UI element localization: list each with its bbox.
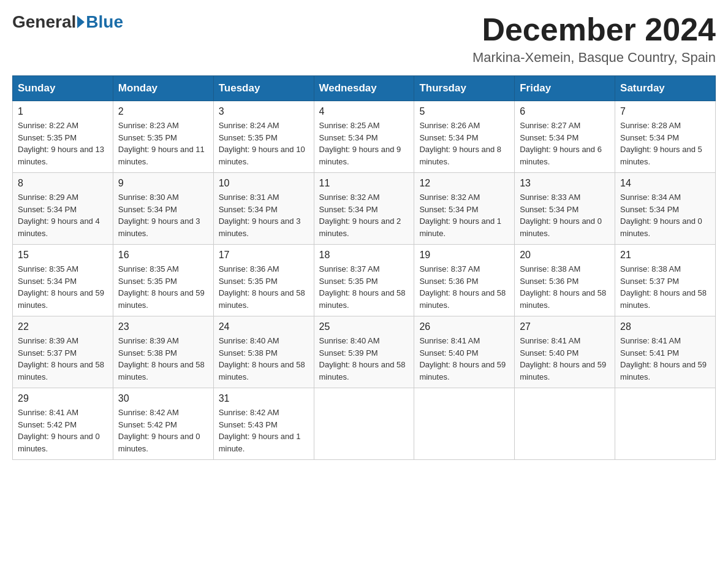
calendar-cell: 15 Sunrise: 8:35 AMSunset: 5:34 PMDaylig… xyxy=(13,245,113,316)
calendar-cell xyxy=(414,388,515,460)
calendar-cell: 14 Sunrise: 8:34 AMSunset: 5:34 PMDaylig… xyxy=(615,173,716,245)
day-info: Sunrise: 8:41 AMSunset: 5:40 PMDaylight:… xyxy=(520,335,610,383)
day-info: Sunrise: 8:32 AMSunset: 5:34 PMDaylight:… xyxy=(419,191,509,239)
calendar-cell: 26 Sunrise: 8:41 AMSunset: 5:40 PMDaylig… xyxy=(414,316,515,388)
day-number: 2 xyxy=(118,106,208,117)
day-number: 7 xyxy=(620,106,710,117)
day-number: 25 xyxy=(319,321,409,332)
calendar-cell: 18 Sunrise: 8:37 AMSunset: 5:35 PMDaylig… xyxy=(314,245,414,316)
day-info: Sunrise: 8:24 AMSunset: 5:35 PMDaylight:… xyxy=(219,120,309,167)
day-number: 26 xyxy=(419,321,509,332)
day-info: Sunrise: 8:37 AMSunset: 5:36 PMDaylight:… xyxy=(419,263,509,311)
logo-blue-text: Blue xyxy=(86,12,123,32)
calendar-week-row: 1 Sunrise: 8:22 AMSunset: 5:35 PMDayligh… xyxy=(13,101,716,173)
day-info: Sunrise: 8:38 AMSunset: 5:36 PMDaylight:… xyxy=(520,263,610,311)
calendar-cell: 4 Sunrise: 8:25 AMSunset: 5:34 PMDayligh… xyxy=(314,101,414,173)
day-info: Sunrise: 8:23 AMSunset: 5:35 PMDaylight:… xyxy=(118,120,208,167)
day-number: 27 xyxy=(520,321,610,332)
col-thursday: Thursday xyxy=(414,76,515,101)
col-friday: Friday xyxy=(515,76,615,101)
day-info: Sunrise: 8:29 AMSunset: 5:34 PMDaylight:… xyxy=(18,191,108,239)
day-info: Sunrise: 8:32 AMSunset: 5:34 PMDaylight:… xyxy=(319,191,409,239)
day-number: 10 xyxy=(219,178,309,189)
day-info: Sunrise: 8:22 AMSunset: 5:35 PMDaylight:… xyxy=(18,120,108,167)
calendar-week-row: 22 Sunrise: 8:39 AMSunset: 5:37 PMDaylig… xyxy=(13,316,716,388)
calendar-cell: 20 Sunrise: 8:38 AMSunset: 5:36 PMDaylig… xyxy=(515,245,615,316)
calendar-cell: 29 Sunrise: 8:41 AMSunset: 5:42 PMDaylig… xyxy=(13,388,113,460)
calendar-cell: 8 Sunrise: 8:29 AMSunset: 5:34 PMDayligh… xyxy=(13,173,113,245)
calendar-cell xyxy=(615,388,716,460)
day-info: Sunrise: 8:31 AMSunset: 5:34 PMDaylight:… xyxy=(219,191,309,239)
day-info: Sunrise: 8:35 AMSunset: 5:35 PMDaylight:… xyxy=(118,263,208,311)
day-number: 15 xyxy=(18,250,108,261)
day-number: 9 xyxy=(118,178,208,189)
day-number: 1 xyxy=(18,106,108,117)
day-number: 8 xyxy=(18,178,108,189)
calendar-cell: 5 Sunrise: 8:26 AMSunset: 5:34 PMDayligh… xyxy=(414,101,515,173)
calendar-cell: 31 Sunrise: 8:42 AMSunset: 5:43 PMDaylig… xyxy=(213,388,314,460)
calendar-cell xyxy=(515,388,615,460)
calendar-week-row: 8 Sunrise: 8:29 AMSunset: 5:34 PMDayligh… xyxy=(13,173,716,245)
day-number: 12 xyxy=(419,178,509,189)
col-wednesday: Wednesday xyxy=(314,76,414,101)
day-number: 29 xyxy=(18,393,108,404)
col-saturday: Saturday xyxy=(615,76,716,101)
day-number: 5 xyxy=(419,106,509,117)
day-info: Sunrise: 8:28 AMSunset: 5:34 PMDaylight:… xyxy=(620,120,710,167)
day-info: Sunrise: 8:40 AMSunset: 5:38 PMDaylight:… xyxy=(219,335,309,383)
logo: General Blue xyxy=(12,12,123,32)
day-info: Sunrise: 8:26 AMSunset: 5:34 PMDaylight:… xyxy=(419,120,509,167)
month-title: December 2024 xyxy=(472,12,716,47)
day-number: 19 xyxy=(419,250,509,261)
day-info: Sunrise: 8:39 AMSunset: 5:38 PMDaylight:… xyxy=(118,335,208,383)
calendar-cell: 10 Sunrise: 8:31 AMSunset: 5:34 PMDaylig… xyxy=(213,173,314,245)
page-header: General Blue December 2024 Markina-Xemei… xyxy=(12,12,716,66)
calendar-cell: 21 Sunrise: 8:38 AMSunset: 5:37 PMDaylig… xyxy=(615,245,716,316)
day-info: Sunrise: 8:39 AMSunset: 5:37 PMDaylight:… xyxy=(18,335,108,383)
day-number: 28 xyxy=(620,321,710,332)
calendar-cell: 24 Sunrise: 8:40 AMSunset: 5:38 PMDaylig… xyxy=(213,316,314,388)
day-info: Sunrise: 8:40 AMSunset: 5:39 PMDaylight:… xyxy=(319,335,409,383)
col-sunday: Sunday xyxy=(13,76,113,101)
day-info: Sunrise: 8:41 AMSunset: 5:42 PMDaylight:… xyxy=(18,407,108,454)
day-number: 17 xyxy=(219,250,309,261)
logo-general-text: General xyxy=(12,12,76,32)
calendar-cell: 3 Sunrise: 8:24 AMSunset: 5:35 PMDayligh… xyxy=(213,101,314,173)
calendar-cell: 6 Sunrise: 8:27 AMSunset: 5:34 PMDayligh… xyxy=(515,101,615,173)
day-number: 23 xyxy=(118,321,208,332)
day-info: Sunrise: 8:36 AMSunset: 5:35 PMDaylight:… xyxy=(219,263,309,311)
day-info: Sunrise: 8:27 AMSunset: 5:34 PMDaylight:… xyxy=(520,120,610,167)
calendar-cell: 2 Sunrise: 8:23 AMSunset: 5:35 PMDayligh… xyxy=(113,101,213,173)
day-info: Sunrise: 8:35 AMSunset: 5:34 PMDaylight:… xyxy=(18,263,108,311)
day-info: Sunrise: 8:33 AMSunset: 5:34 PMDaylight:… xyxy=(520,191,610,239)
day-number: 24 xyxy=(219,321,309,332)
calendar-cell: 9 Sunrise: 8:30 AMSunset: 5:34 PMDayligh… xyxy=(113,173,213,245)
calendar-cell: 28 Sunrise: 8:41 AMSunset: 5:41 PMDaylig… xyxy=(615,316,716,388)
day-info: Sunrise: 8:41 AMSunset: 5:41 PMDaylight:… xyxy=(620,335,710,383)
day-number: 22 xyxy=(18,321,108,332)
day-info: Sunrise: 8:30 AMSunset: 5:34 PMDaylight:… xyxy=(118,191,208,239)
day-number: 4 xyxy=(319,106,409,117)
calendar-cell: 30 Sunrise: 8:42 AMSunset: 5:42 PMDaylig… xyxy=(113,388,213,460)
day-number: 21 xyxy=(620,250,710,261)
col-tuesday: Tuesday xyxy=(213,76,314,101)
calendar-cell: 11 Sunrise: 8:32 AMSunset: 5:34 PMDaylig… xyxy=(314,173,414,245)
logo-arrow-icon xyxy=(77,16,85,28)
calendar-week-row: 15 Sunrise: 8:35 AMSunset: 5:34 PMDaylig… xyxy=(13,245,716,316)
calendar-cell: 22 Sunrise: 8:39 AMSunset: 5:37 PMDaylig… xyxy=(13,316,113,388)
calendar-cell: 17 Sunrise: 8:36 AMSunset: 5:35 PMDaylig… xyxy=(213,245,314,316)
day-info: Sunrise: 8:37 AMSunset: 5:35 PMDaylight:… xyxy=(319,263,409,311)
day-number: 30 xyxy=(118,393,208,404)
day-info: Sunrise: 8:34 AMSunset: 5:34 PMDaylight:… xyxy=(620,191,710,239)
col-monday: Monday xyxy=(113,76,213,101)
calendar-cell: 25 Sunrise: 8:40 AMSunset: 5:39 PMDaylig… xyxy=(314,316,414,388)
day-number: 11 xyxy=(319,178,409,189)
calendar-week-row: 29 Sunrise: 8:41 AMSunset: 5:42 PMDaylig… xyxy=(13,388,716,460)
day-number: 14 xyxy=(620,178,710,189)
calendar-cell: 13 Sunrise: 8:33 AMSunset: 5:34 PMDaylig… xyxy=(515,173,615,245)
calendar-cell: 12 Sunrise: 8:32 AMSunset: 5:34 PMDaylig… xyxy=(414,173,515,245)
calendar-cell: 23 Sunrise: 8:39 AMSunset: 5:38 PMDaylig… xyxy=(113,316,213,388)
calendar-cell: 19 Sunrise: 8:37 AMSunset: 5:36 PMDaylig… xyxy=(414,245,515,316)
calendar-cell xyxy=(314,388,414,460)
day-number: 6 xyxy=(520,106,610,117)
